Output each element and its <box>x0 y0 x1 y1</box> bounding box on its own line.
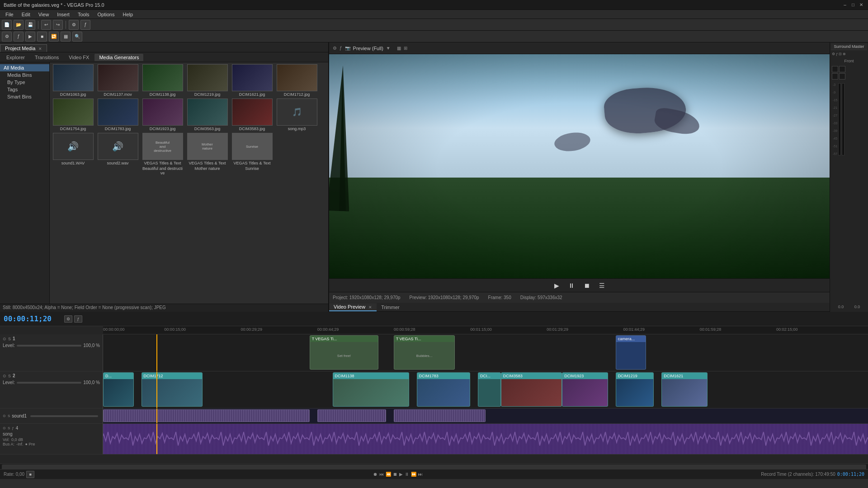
surround-settings-icon[interactable]: ⊡ <box>839 52 842 56</box>
tab-explorer[interactable]: Explorer <box>2 54 29 61</box>
media-item-text-template[interactable]: Sunrise VEGAS Titles & Text Sunrise <box>231 133 274 175</box>
tab-video-preview[interactable]: Video Preview ✕ <box>329 303 377 311</box>
gear-icon[interactable]: ⚙ <box>832 52 835 56</box>
transport-rw[interactable]: ⏪ <box>386 472 391 477</box>
tab-transitions[interactable]: Transitions <box>30 54 63 61</box>
track-2-solo[interactable]: S <box>8 374 11 378</box>
clip-dcim1219[interactable]: DCIM1219 <box>616 372 654 407</box>
menu-file[interactable]: File <box>2 11 17 18</box>
media-item[interactable]: DCIM1923.jpg <box>141 99 184 131</box>
minimize-button[interactable]: – <box>842 2 848 8</box>
loop-button[interactable]: ☰ <box>596 281 608 290</box>
settings-button[interactable]: ⚙ <box>69 20 79 30</box>
media-item[interactable]: DCIM1063.jpg <box>52 64 94 97</box>
media-item[interactable]: 🎵 song.mp3 <box>275 99 318 131</box>
transport-play[interactable]: ▶ <box>399 472 403 477</box>
tb2-settings[interactable]: ⚙ <box>2 32 12 42</box>
audio-mute-icon[interactable]: ⊙ <box>3 414 6 418</box>
clip-blue-1[interactable]: camera... <box>616 335 646 370</box>
media-item[interactable]: DCIM1621.jpg <box>231 64 274 97</box>
fx-icon[interactable]: ƒ <box>836 52 838 56</box>
tb2-loop[interactable]: 🔁 <box>49 32 59 42</box>
clip-dcim1138[interactable]: DCIM1138 <box>333 372 409 407</box>
preview-fit-icon[interactable]: ⊞ <box>404 46 407 51</box>
transport-record[interactable]: ⏺ <box>373 472 377 477</box>
tb2-stop[interactable]: ■ <box>37 32 47 42</box>
open-button[interactable]: 📂 <box>14 20 24 30</box>
save-button[interactable]: 💾 <box>25 20 35 30</box>
transport-prev[interactable]: ⏮ <box>379 472 384 477</box>
menu-view[interactable]: View <box>35 11 53 18</box>
track-1-mute[interactable]: ⊙ <box>3 337 6 341</box>
level-slider-2[interactable] <box>17 382 82 384</box>
tab-project-media[interactable]: Project Media ✕ <box>0 44 47 52</box>
tb2-grid[interactable]: ▦ <box>61 32 71 42</box>
level-slider[interactable] <box>17 345 82 347</box>
tl-settings[interactable]: ⚙ <box>64 315 72 323</box>
media-item[interactable]: DCIM1219.jpg <box>186 64 229 97</box>
menu-tools[interactable]: Tools <box>74 11 93 18</box>
clip-text-1[interactable]: T VEGAS Ti... Set free! <box>310 335 378 370</box>
pause-button[interactable]: ⏸ <box>566 281 577 290</box>
transport-next[interactable]: ⏭ <box>418 472 423 477</box>
preview-gear-icon[interactable]: ⚙ <box>333 46 337 51</box>
tl-fx[interactable]: ƒ <box>74 315 82 323</box>
preview-cam-icon[interactable]: 📷 <box>345 46 350 51</box>
transport-stop[interactable]: ⏹ <box>393 472 397 477</box>
clip-dcim1712[interactable]: DCIM1712 <box>142 372 203 407</box>
media-item[interactable]: DCIM3583.jpg <box>231 99 274 131</box>
preview-grid-icon[interactable]: ▦ <box>397 46 401 51</box>
undo-button[interactable]: ↩ <box>41 20 51 30</box>
preview-tab-close[interactable]: ✕ <box>368 305 372 310</box>
tab-close-icon[interactable]: ✕ <box>38 47 42 51</box>
tb2-play[interactable]: ▶ <box>25 32 35 42</box>
redo-button[interactable]: ↪ <box>53 20 63 30</box>
tree-by-type[interactable]: By Type <box>0 79 49 86</box>
media-item[interactable]: DCIM1137.mov <box>96 64 139 97</box>
tree-smart-bins[interactable]: Smart Bins <box>0 93 49 100</box>
tb2-zoom[interactable]: 🔍 <box>72 32 82 42</box>
media-item[interactable]: DCIM1783.jpg <box>96 99 139 131</box>
audio-clip-3[interactable] <box>394 409 486 422</box>
audio-clip-1[interactable] <box>103 409 310 422</box>
media-item-text-template[interactable]: Beautifulanddestructive VEGAS Titles & T… <box>141 133 184 175</box>
media-item[interactable]: DCIM1754.jpg <box>52 99 94 131</box>
media-item[interactable]: DCIM1712.jpg <box>275 64 318 97</box>
audio-clip-2[interactable] <box>317 409 386 422</box>
tab-video-fx[interactable]: Video FX <box>64 54 94 61</box>
tb2-fx[interactable]: ƒ <box>14 32 24 42</box>
audio-level-slider[interactable] <box>30 415 98 417</box>
timeline-scrollbar[interactable] <box>0 464 868 469</box>
media-item[interactable]: 🔊 sound1.WAV <box>52 133 94 175</box>
restore-button[interactable]: □ <box>850 2 856 8</box>
menu-options[interactable]: Options <box>94 11 118 18</box>
transport-pause[interactable]: ⏸ <box>405 472 409 477</box>
song-solo-icon[interactable]: S <box>8 426 10 430</box>
track-1-solo[interactable]: S <box>8 337 11 341</box>
clip-dcim1621[interactable]: DCIM1621 <box>661 372 708 407</box>
tab-media-generators[interactable]: Media Generators <box>94 54 143 61</box>
stop-button[interactable]: ⏹ <box>581 281 593 290</box>
preview-label[interactable]: Preview (Full) <box>353 46 383 51</box>
preview-dropdown-icon[interactable]: ▼ <box>386 46 391 51</box>
clip-text-2[interactable]: T VEGAS Ti... Bubbles... <box>394 335 455 370</box>
close-button[interactable]: ✕ <box>858 2 864 8</box>
properties-button[interactable]: ƒ <box>80 20 90 30</box>
new-button[interactable]: 📄 <box>2 20 12 30</box>
clip-dcim3583[interactable]: DCIM3583 <box>501 372 562 407</box>
media-item[interactable]: DCIM3563.jpg <box>186 99 229 131</box>
surround-mute-icon[interactable]: ⊗ <box>843 52 846 56</box>
audio-solo-icon[interactable]: S <box>8 414 10 418</box>
clip-dci[interactable]: DCI... <box>478 372 501 407</box>
media-item[interactable]: 🔊 sound2.wav <box>96 133 139 175</box>
menu-help[interactable]: Help <box>119 11 137 18</box>
track-2-mute[interactable]: ⊙ <box>3 374 6 378</box>
menu-edit[interactable]: Edit <box>18 11 34 18</box>
tree-all-media[interactable]: All Media <box>0 64 49 71</box>
play-button[interactable]: ▶ <box>552 281 562 290</box>
tree-media-bins[interactable]: Media Bins <box>0 71 49 79</box>
tab-trimmer[interactable]: Trimmer <box>377 304 404 311</box>
menu-insert[interactable]: Insert <box>53 11 73 18</box>
clip-dcim1923[interactable]: DCIM1923 <box>562 372 608 407</box>
media-item-text-template[interactable]: Mothernature VEGAS Titles & Text Mother … <box>186 133 229 175</box>
